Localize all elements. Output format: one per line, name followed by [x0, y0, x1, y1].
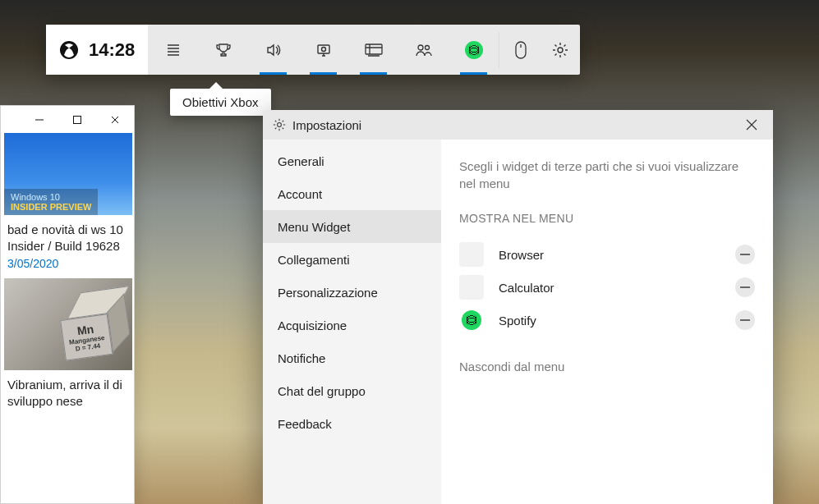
maximize-button[interactable]	[58, 106, 96, 133]
calculator-icon	[459, 275, 484, 300]
article-title[interactable]: bad e novità di ws 10 Insider / Build 19…	[7, 222, 127, 255]
svg-point-5	[418, 45, 423, 50]
settings-nav-item[interactable]: Personalizzazione	[263, 276, 441, 309]
gamebar-item-performance[interactable]	[348, 25, 398, 75]
svg-point-6	[425, 45, 429, 49]
settings-header: Impostazioni	[263, 110, 773, 140]
minus-icon	[740, 286, 750, 288]
svg-point-8	[558, 48, 563, 53]
svg-rect-4	[366, 44, 382, 54]
background-window: Windows 10 INSIDER PREVIEW bad e novità …	[0, 105, 135, 504]
gamebar-time: 14:28	[89, 39, 135, 61]
gamebar-item-list[interactable]	[148, 25, 198, 75]
widget-name: Spotify	[499, 314, 735, 328]
svg-rect-12	[740, 319, 750, 321]
article-thumbnail[interactable]: Mn Manganese D = 7.44	[4, 278, 132, 370]
spotify-icon	[465, 41, 483, 59]
separator	[499, 32, 499, 68]
gamebar-item-audio[interactable]	[248, 25, 298, 75]
list-icon	[166, 43, 181, 57]
article-thumbnail[interactable]: Windows 10 INSIDER PREVIEW	[4, 133, 132, 215]
widget-row: Spotify	[459, 304, 755, 337]
minimize-button[interactable]	[21, 106, 58, 133]
mouse-icon	[514, 41, 527, 59]
settings-title: Impostazioni	[292, 118, 361, 132]
minus-icon	[740, 254, 750, 255]
widget-remove-button[interactable]	[735, 245, 755, 264]
settings-nav: GeneraliAccountMenu WidgetCollegamentiPe…	[263, 140, 441, 504]
svg-point-9	[278, 123, 282, 127]
settings-main: Scegli i widget di terze parti che si vu…	[441, 140, 773, 504]
settings-close-button[interactable]	[740, 113, 763, 136]
widget-remove-button[interactable]	[735, 277, 755, 297]
back-window-content: Windows 10 INSIDER PREVIEW bad e novità …	[1, 133, 134, 410]
trophy-icon	[215, 42, 232, 58]
settings-nav-item[interactable]: Collegamenti	[263, 243, 441, 276]
browser-icon	[459, 242, 484, 267]
svg-point-3	[321, 47, 325, 51]
widget-row: Calculator	[459, 271, 755, 304]
performance-icon	[365, 43, 383, 57]
thumb-caption-line2: INSIDER PREVIEW	[11, 202, 91, 212]
gear-icon	[273, 118, 286, 131]
svg-rect-11	[740, 286, 750, 288]
capture-icon	[315, 42, 332, 58]
settings-nav-item[interactable]: Feedback	[263, 407, 441, 440]
titlebar	[1, 106, 134, 133]
widget-remove-button[interactable]	[735, 310, 755, 330]
gamebar-item-capture[interactable]	[298, 25, 348, 75]
gamebar-item-mouse[interactable]	[501, 25, 541, 75]
minus-icon	[740, 319, 750, 321]
xbox-gamebar: 14:28	[46, 25, 580, 75]
spotify-icon	[459, 308, 484, 332]
settings-nav-item[interactable]: Account	[263, 177, 441, 210]
settings-nav-item[interactable]: Notifiche	[263, 341, 441, 374]
article-title[interactable]: Vibranium, arriva il di sviluppo nese	[7, 377, 127, 410]
social-icon	[415, 43, 433, 57]
settings-description: Scegli i widget di terze parti che si vu…	[459, 158, 755, 192]
xbox-icon	[59, 40, 79, 60]
svg-rect-0	[74, 116, 81, 123]
gamebar-home[interactable]: 14:28	[46, 25, 148, 75]
settings-panel: Impostazioni GeneraliAccountMenu WidgetC…	[263, 110, 773, 504]
gamebar-item-achievements[interactable]	[198, 25, 248, 75]
close-button[interactable]	[96, 106, 134, 133]
article-date: 3/05/2020	[7, 257, 127, 270]
widget-name: Browser	[499, 248, 735, 262]
settings-section-title: MOSTRA NEL MENU	[459, 212, 755, 225]
settings-nav-item[interactable]: Generali	[263, 144, 441, 177]
audio-icon	[265, 42, 282, 58]
settings-nav-item[interactable]: Menu Widget	[263, 210, 441, 243]
svg-rect-10	[740, 254, 750, 255]
settings-hide-section-title: Nascondi dal menu	[459, 360, 755, 373]
gamebar-item-settings[interactable]	[541, 25, 580, 75]
settings-nav-item[interactable]: Chat del gruppo	[263, 374, 441, 407]
widget-name: Calculator	[499, 281, 735, 295]
tooltip-achievements: Obiettivi Xbox	[170, 89, 271, 116]
gamebar-item-social[interactable]	[398, 25, 449, 75]
gamebar-item-spotify[interactable]	[449, 25, 499, 75]
thumb-caption-line1: Windows 10	[11, 192, 91, 202]
svg-rect-2	[318, 45, 329, 53]
close-icon	[746, 119, 757, 131]
widget-row: Browser	[459, 238, 755, 271]
gear-icon	[552, 42, 568, 58]
settings-nav-item[interactable]: Acquisizione	[263, 309, 441, 341]
